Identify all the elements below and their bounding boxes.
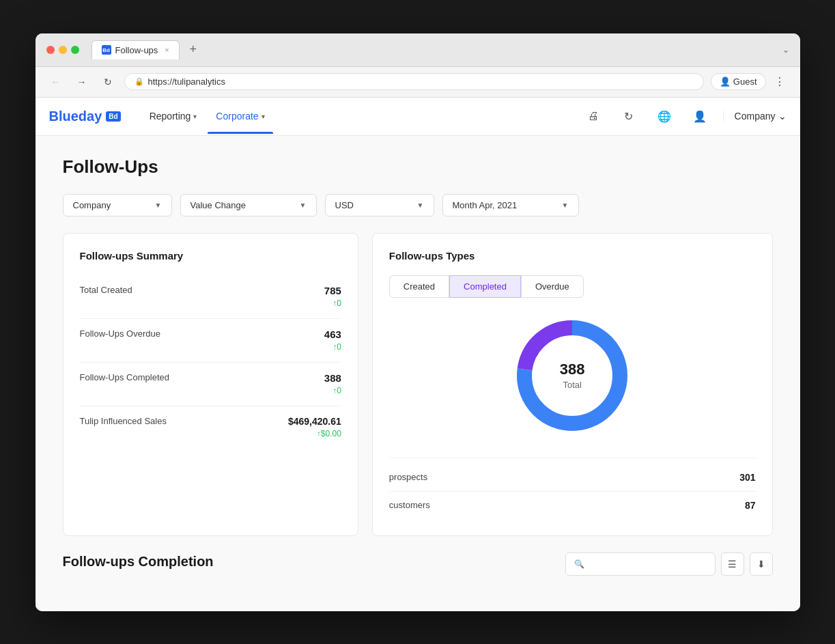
- summary-label-overdue: Follow-Ups Overdue: [80, 328, 161, 339]
- filters-bar: Company ▼ Value Change ▼ USD ▼ Month Apr…: [63, 194, 773, 216]
- guest-label: Guest: [733, 76, 757, 87]
- tab-created[interactable]: Created: [389, 275, 449, 298]
- nav-item-reporting[interactable]: Reporting ▾: [141, 98, 206, 134]
- tab-chevron-icon: ⌄: [782, 45, 789, 55]
- guest-button[interactable]: 👤 Guest: [711, 73, 766, 90]
- value-change-filter[interactable]: Value Change ▼: [180, 194, 317, 216]
- refresh-button[interactable]: ↻: [617, 104, 641, 128]
- reporting-chevron-icon: ▾: [193, 113, 197, 120]
- summary-value-created: 785 ↑0: [324, 285, 341, 309]
- sales-number: $469,420.61: [288, 416, 341, 427]
- back-button[interactable]: ←: [46, 72, 66, 92]
- addressbar: ← → ↻ 🔒 https://tulipanalytics 👤 Guest ⋮: [36, 67, 800, 98]
- donut-chart: 388 Total: [511, 314, 634, 437]
- active-tab[interactable]: Bd Follow-ups ×: [91, 40, 180, 59]
- month-filter[interactable]: Month Apr, 2021 ▼: [442, 194, 579, 216]
- sales-change: ↑$0.00: [317, 429, 341, 438]
- guest-area: 👤 Guest ⋮: [711, 72, 789, 92]
- guest-icon: 👤: [720, 76, 731, 87]
- company-filter-label: Company: [73, 200, 111, 210]
- tab-close-icon[interactable]: ×: [165, 46, 169, 54]
- print-button[interactable]: 🖨: [581, 104, 606, 128]
- page-title: Follow-Ups: [63, 156, 773, 178]
- app-nav: Blueday Bd Reporting ▾ Corporate ▾ 🖨 ↻ 🌐…: [36, 98, 800, 136]
- type-tabs: Created Completed Overdue: [389, 275, 756, 298]
- value-change-filter-label: Value Change: [190, 200, 246, 210]
- corporate-chevron-icon: ▾: [261, 113, 265, 120]
- summary-item-overdue: Follow-Ups Overdue 463 ↑0: [80, 319, 341, 363]
- list-icon: ☰: [728, 559, 737, 570]
- customers-label: customers: [389, 500, 430, 510]
- nav-items: Reporting ▾ Corporate ▾: [141, 98, 581, 134]
- user-button[interactable]: 👤: [688, 104, 712, 128]
- tab-overdue[interactable]: Overdue: [521, 275, 584, 298]
- maximize-button[interactable]: [71, 46, 79, 54]
- chart-legend-rows: prospects 301 customers 87: [389, 458, 756, 519]
- overdue-change: ↑0: [332, 342, 341, 352]
- company-chevron-icon: ⌄: [778, 111, 787, 122]
- browser-window: Bd Follow-ups × + ⌄ ← → ↻ 🔒 https://tuli…: [36, 33, 800, 611]
- close-button[interactable]: [46, 46, 55, 54]
- summary-item-sales: Tulip Influenced Sales $469,420.61 ↑$0.0…: [80, 406, 341, 449]
- search-icon: 🔍: [574, 559, 584, 569]
- prospects-label: prospects: [389, 472, 427, 482]
- address-bar[interactable]: 🔒 https://tulipanalytics: [124, 73, 704, 90]
- customers-value: 87: [745, 500, 756, 511]
- overdue-number: 463: [324, 328, 341, 340]
- nav-item-corporate[interactable]: Corporate ▾: [208, 98, 272, 134]
- created-number: 785: [324, 285, 341, 296]
- tab-favicon: Bd: [102, 45, 111, 55]
- nav-reporting-label: Reporting: [150, 111, 191, 122]
- currency-filter[interactable]: USD ▼: [325, 194, 434, 216]
- month-filter-label: Month Apr, 2021: [453, 200, 518, 210]
- download-button[interactable]: ⬇: [750, 552, 773, 576]
- summary-card-title: Follow-ups Summary: [80, 250, 341, 262]
- summary-label-sales: Tulip Influenced Sales: [80, 416, 167, 426]
- currency-filter-label: USD: [335, 200, 354, 210]
- lock-icon: 🔒: [135, 77, 144, 86]
- search-box[interactable]: 🔍: [565, 552, 716, 576]
- new-tab-button[interactable]: +: [185, 42, 201, 58]
- summary-value-overdue: 463 ↑0: [324, 328, 341, 352]
- chart-row-customers: customers 87: [389, 492, 756, 519]
- summary-label-completed: Follow-Ups Completed: [80, 372, 170, 382]
- search-input[interactable]: [589, 559, 707, 569]
- search-bar-row: 🔍 ☰ ⬇: [565, 552, 773, 576]
- company-label: Company: [735, 111, 776, 122]
- globe-button[interactable]: 🌐: [652, 104, 677, 128]
- tab-completed[interactable]: Completed: [449, 275, 521, 298]
- completion-section-title: Follow-ups Completion: [63, 554, 214, 570]
- logo-text: Blueday: [49, 109, 102, 124]
- page-content: Follow-Ups Company ▼ Value Change ▼ USD …: [36, 136, 800, 611]
- traffic-lights: [46, 46, 79, 54]
- created-change: ↑0: [332, 298, 341, 308]
- address-text: https://tulipanalytics: [148, 76, 225, 87]
- month-chevron-icon: ▼: [562, 201, 569, 209]
- company-filter[interactable]: Company ▼: [63, 194, 172, 216]
- completed-number: 388: [324, 372, 341, 384]
- forward-button[interactable]: →: [72, 72, 91, 92]
- download-icon: ⬇: [757, 559, 765, 570]
- minimize-button[interactable]: [59, 46, 67, 54]
- summary-item-created: Total Created 785 ↑0: [80, 275, 341, 319]
- list-view-button[interactable]: ☰: [721, 552, 744, 576]
- more-options-button[interactable]: ⋮: [770, 72, 789, 92]
- summary-item-completed: Follow-Ups Completed 388 ↑0: [80, 363, 341, 406]
- donut-center: 388 Total: [560, 361, 585, 391]
- tab-title: Follow-ups: [115, 45, 158, 55]
- reload-button[interactable]: ↻: [98, 72, 117, 92]
- company-selector[interactable]: Company ⌄: [723, 111, 787, 122]
- titlebar: Bd Follow-ups × + ⌄: [36, 33, 800, 67]
- types-card-title: Follow-ups Types: [389, 250, 756, 262]
- summary-card: Follow-ups Summary Total Created 785 ↑0 …: [63, 233, 358, 536]
- logo-badge: Bd: [106, 111, 120, 122]
- completed-change: ↑0: [332, 386, 341, 395]
- cards-row: Follow-ups Summary Total Created 785 ↑0 …: [63, 233, 773, 536]
- value-change-chevron-icon: ▼: [300, 201, 307, 209]
- nav-corporate-label: Corporate: [216, 111, 258, 122]
- donut-total-number: 388: [560, 361, 585, 378]
- nav-right: 🖨 ↻ 🌐 👤 Company ⌄: [581, 104, 787, 128]
- donut-total-label: Total: [563, 380, 581, 390]
- logo: Blueday Bd: [49, 109, 121, 124]
- completion-section: Follow-ups Completion 🔍 ☰ ⬇: [63, 552, 773, 583]
